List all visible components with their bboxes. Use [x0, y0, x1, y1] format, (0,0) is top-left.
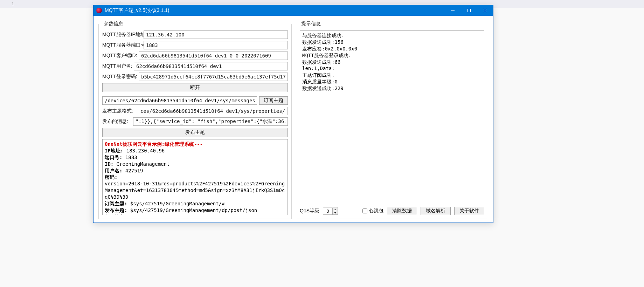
heartbeat-checkbox[interactable]: 心跳包: [362, 208, 383, 214]
clear-button[interactable]: 清除数据: [387, 207, 417, 215]
minimize-button[interactable]: [445, 5, 461, 16]
params-group: 参数信息 MQTT服务器IP地址: MQTT服务器端口号: MQTT客户端ID:…: [98, 21, 292, 219]
hints-legend: 提示信息: [300, 21, 322, 27]
ex-pub-k: 发布主题:: [105, 207, 127, 213]
heartbeat-label: 心跳包: [369, 208, 383, 214]
publish-button[interactable]: 发布主题: [102, 128, 288, 137]
log-output[interactable]: 与服务器连接成功. 数据发送成功:156 发布应答:0x2,0x0,0x0 MQ…: [300, 30, 484, 203]
ip-input[interactable]: [144, 30, 288, 39]
hints-group: 提示信息 与服务器连接成功. 数据发送成功:156 发布应答:0x2,0x0,0…: [296, 21, 488, 219]
qos-spinner[interactable]: ▲ ▼: [323, 207, 338, 215]
close-button[interactable]: [477, 5, 493, 16]
ex-pub-v: $sys/427519/GreeningManagement/dp/post/j…: [127, 207, 257, 213]
port-input[interactable]: [144, 41, 288, 49]
publish-message-input[interactable]: [133, 117, 288, 126]
password-input[interactable]: [139, 73, 288, 81]
ex-port-k: 端口号:: [105, 155, 122, 160]
ex-msg-v: {"id":666,"dp":{"temperature":[{"v":21}]…: [127, 214, 284, 215]
ex-user-v: 427519: [122, 168, 143, 173]
dns-button[interactable]: 域名解析: [421, 207, 451, 215]
client-id-label: MQTT客户端ID:: [102, 53, 137, 59]
editor-line-number: 1: [0, 0, 18, 8]
subscribe-button[interactable]: 订阅主题: [259, 96, 288, 105]
ex-msg-k: 发布消息:: [105, 214, 127, 215]
svg-rect-1: [468, 9, 471, 12]
ip-label: MQTT服务器IP地址:: [102, 32, 141, 38]
disconnect-button[interactable]: 断开: [102, 83, 288, 92]
ex-id-v: GreeningManagement: [113, 161, 169, 167]
password-label: MQTT登录密码:: [102, 74, 137, 80]
ex-sub-k: 订阅主题:: [105, 201, 127, 206]
ex-ip-v: 183.230.40.96: [123, 148, 165, 153]
maximize-button[interactable]: [461, 5, 477, 16]
ex-port-v: 1883: [122, 155, 137, 160]
username-label: MQTT用户名:: [102, 63, 132, 69]
ex-sub-v: $sys/427519/GreeningManagement/#: [127, 201, 224, 206]
publish-format-input[interactable]: [138, 107, 288, 115]
app-icon: [96, 8, 102, 13]
subscribe-topic-input[interactable]: [102, 96, 257, 105]
ex-user-k: 用户名:: [105, 168, 122, 173]
publish-format-label: 发布主题格式:: [102, 108, 136, 114]
ex-id-k: ID:: [105, 161, 113, 167]
ex-pass-k: 密码:: [105, 174, 117, 180]
ex-ip-k: IP地址:: [105, 148, 123, 153]
publish-message-label: 发布的消息:: [102, 118, 131, 125]
window-title: MQTT客户端_v2.5(协议3.1.1): [105, 7, 445, 14]
example-header: OneNet物联网云平台示例:绿化管理系统---: [105, 141, 203, 147]
titlebar[interactable]: MQTT客户端_v2.5(协议3.1.1): [94, 5, 493, 16]
about-button[interactable]: 关于软件: [454, 207, 484, 215]
example-textarea[interactable]: OneNet物联网云平台示例:绿化管理系统--- IP地址: 183.230.4…: [102, 139, 288, 215]
app-window: MQTT客户端_v2.5(协议3.1.1) 参数信息 MQTT服务器IP地址: …: [93, 5, 493, 223]
qos-label: QoS等级: [300, 208, 319, 214]
qos-down-icon[interactable]: ▼: [333, 211, 338, 214]
params-legend: 参数信息: [102, 21, 125, 27]
ex-pass-v: version=2018-10-31&res=products%2F427519…: [105, 181, 285, 200]
port-label: MQTT服务器端口号:: [102, 42, 141, 48]
username-input[interactable]: [134, 62, 288, 70]
qos-up-icon[interactable]: ▲: [333, 208, 338, 211]
client-id-input[interactable]: [139, 52, 288, 60]
heartbeat-input[interactable]: [362, 209, 367, 213]
qos-value[interactable]: [323, 207, 332, 214]
